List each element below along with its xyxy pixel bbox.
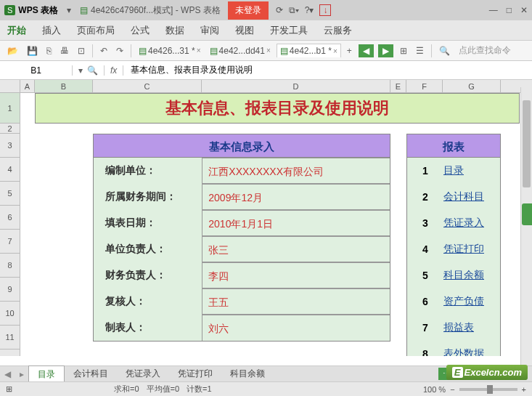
menu-review[interactable]: 审阅 bbox=[200, 24, 219, 37]
minimize-icon[interactable]: — bbox=[489, 5, 498, 15]
help-icon[interactable]: ?▾ bbox=[305, 5, 314, 15]
vertical-scrollbar[interactable] bbox=[520, 87, 532, 368]
info-header[interactable]: 基本信息录入 bbox=[93, 134, 390, 158]
row-header[interactable]: 8 bbox=[0, 254, 20, 278]
status-avg: 平均值=0 bbox=[147, 384, 180, 395]
cell-reference[interactable]: B1 bbox=[0, 65, 73, 76]
col-header[interactable]: C bbox=[93, 80, 202, 92]
pin-icon[interactable]: ↓ bbox=[319, 4, 331, 16]
zoom-in-icon[interactable]: + bbox=[522, 385, 526, 394]
col-header[interactable]: F bbox=[406, 80, 443, 92]
export-icon[interactable]: ⎘ bbox=[44, 44, 54, 57]
window-icon[interactable]: ⊞ bbox=[397, 44, 410, 57]
sheet-nav-prev-icon[interactable]: ▸ bbox=[15, 369, 28, 379]
sheet-tab[interactable]: 科目余额 bbox=[221, 365, 274, 382]
dir-link[interactable]: 凭证打印 bbox=[443, 243, 484, 256]
dir-link[interactable]: 表外数据 bbox=[443, 347, 484, 356]
close-icon[interactable]: ✕ bbox=[520, 5, 528, 15]
info-value[interactable]: 2009年12月 bbox=[202, 184, 390, 210]
doc-tab-1[interactable]: ▤4e426...31 *× bbox=[136, 44, 204, 57]
dir-link[interactable]: 资产负债 bbox=[443, 295, 484, 308]
share-icon[interactable]: ⧉▾ bbox=[289, 5, 299, 15]
search-hint[interactable]: 点此查找命令 bbox=[459, 44, 511, 57]
row-header[interactable]: 6 bbox=[0, 206, 20, 230]
col-header[interactable]: A bbox=[20, 80, 35, 92]
preview-icon[interactable]: ⊡ bbox=[75, 44, 88, 57]
formula-bar: B1 ▾ 🔍 fx 基本信息、报表目录及使用说明 bbox=[0, 61, 532, 80]
menu-layout[interactable]: 页面布局 bbox=[77, 24, 115, 37]
save-icon[interactable]: 💾 bbox=[24, 44, 41, 57]
row-header[interactable]: 10 bbox=[0, 302, 20, 326]
list-icon[interactable]: ☰ bbox=[413, 44, 427, 57]
col-header[interactable]: B bbox=[35, 80, 93, 92]
open-icon[interactable]: 📂 bbox=[4, 44, 21, 57]
side-panel-toggle[interactable] bbox=[522, 203, 532, 225]
app-dropdown-icon[interactable]: ▾ bbox=[61, 5, 77, 15]
info-value[interactable]: 张三 bbox=[202, 236, 390, 262]
app-logo: S bbox=[4, 5, 15, 15]
zoom-slider[interactable] bbox=[459, 388, 517, 391]
info-value[interactable]: 江西XXXXXXXX有限公司 bbox=[202, 158, 390, 184]
sheet-tab[interactable]: 凭证打印 bbox=[169, 365, 221, 382]
row-header[interactable]: 2 bbox=[0, 124, 20, 134]
menu-start[interactable]: 开始 bbox=[7, 24, 26, 37]
title-cell[interactable]: 基本信息、报表目录及使用说明 bbox=[35, 93, 520, 124]
sheet-tab[interactable]: 目录 bbox=[28, 365, 65, 383]
row-header[interactable]: 4 bbox=[0, 158, 20, 182]
menu-insert[interactable]: 插入 bbox=[42, 24, 61, 37]
col-header[interactable]: D bbox=[202, 80, 390, 92]
row-headers: 1 2 3 4 5 6 7 8 9 10 11 bbox=[0, 93, 20, 356]
col-header[interactable]: E bbox=[390, 80, 406, 92]
zoom-out-icon[interactable]: − bbox=[450, 385, 454, 394]
title-icons: ⟳ ⧉▾ ?▾ ↓ bbox=[276, 4, 332, 16]
menu-dev[interactable]: 开发工具 bbox=[270, 24, 308, 37]
watermark: EExcelcn.com bbox=[446, 365, 528, 380]
sheet-tab[interactable]: 会计科目 bbox=[65, 365, 117, 382]
info-value[interactable]: 2010年1月1日 bbox=[202, 210, 390, 236]
redo-icon[interactable]: ↷ bbox=[113, 44, 126, 57]
grid-icon[interactable]: ⊞ bbox=[6, 384, 12, 394]
row-header[interactable]: 7 bbox=[0, 230, 20, 254]
menu-data[interactable]: 数据 bbox=[165, 24, 184, 37]
sheet-tab[interactable]: 凭证录入 bbox=[117, 365, 169, 382]
menu-cloud[interactable]: 云服务 bbox=[324, 24, 352, 37]
search-icon[interactable]: 🔍 bbox=[436, 44, 453, 57]
info-label: 财务负责人： bbox=[94, 269, 202, 282]
login-button[interactable]: 未登录 bbox=[228, 1, 269, 20]
dropdown-icon[interactable]: ▾ bbox=[78, 65, 83, 76]
fx-label[interactable]: fx bbox=[105, 65, 123, 76]
menu-formula[interactable]: 公式 bbox=[131, 24, 150, 37]
zoom-level[interactable]: 100 % bbox=[423, 385, 446, 394]
doc-tab-3[interactable]: ▤4e42...b1 *× bbox=[277, 44, 341, 57]
dir-link[interactable]: 目录 bbox=[443, 164, 464, 177]
row-header[interactable]: 1 bbox=[0, 93, 20, 124]
dir-link[interactable]: 会计科目 bbox=[443, 190, 484, 203]
add-tab-icon[interactable]: + bbox=[344, 44, 355, 57]
row-header[interactable]: 3 bbox=[0, 134, 20, 158]
select-all-corner[interactable] bbox=[0, 80, 20, 92]
info-value[interactable]: 李四 bbox=[202, 262, 390, 288]
menu-view[interactable]: 视图 bbox=[235, 24, 254, 37]
row-header[interactable]: 5 bbox=[0, 182, 20, 206]
dir-header[interactable]: 报表 bbox=[406, 134, 501, 158]
doc-tab-2[interactable]: ▤4e42...dd41× bbox=[207, 44, 274, 57]
dir-link[interactable]: 凭证录入 bbox=[443, 217, 484, 230]
nav-next-button[interactable]: ▶ bbox=[378, 44, 393, 57]
lookup-icon[interactable]: 🔍 bbox=[87, 65, 98, 76]
info-value[interactable]: 王五 bbox=[202, 288, 390, 315]
sync-icon[interactable]: ⟳ bbox=[276, 5, 283, 15]
dir-link[interactable]: 损益表 bbox=[443, 321, 474, 334]
cells-grid[interactable]: 基本信息、报表目录及使用说明 基本信息录入 编制单位：江西XXXXXXXX有限公… bbox=[20, 93, 532, 356]
info-value[interactable]: 刘六 bbox=[202, 315, 390, 341]
sheet-nav-first-icon[interactable]: ◀ bbox=[0, 369, 15, 379]
formula-input[interactable]: 基本信息、报表目录及使用说明 bbox=[123, 64, 532, 76]
maximize-icon[interactable]: □ bbox=[507, 5, 512, 15]
row-header[interactable]: 11 bbox=[0, 326, 20, 349]
row-header[interactable]: 9 bbox=[0, 278, 20, 302]
dir-link[interactable]: 科目余额 bbox=[443, 269, 484, 282]
print-icon[interactable]: 🖶 bbox=[57, 44, 72, 57]
column-headers: A B C D E F G bbox=[0, 80, 532, 93]
col-header[interactable]: G bbox=[443, 80, 501, 92]
undo-icon[interactable]: ↶ bbox=[97, 44, 110, 57]
nav-prev-button[interactable]: ◀ bbox=[359, 44, 374, 57]
